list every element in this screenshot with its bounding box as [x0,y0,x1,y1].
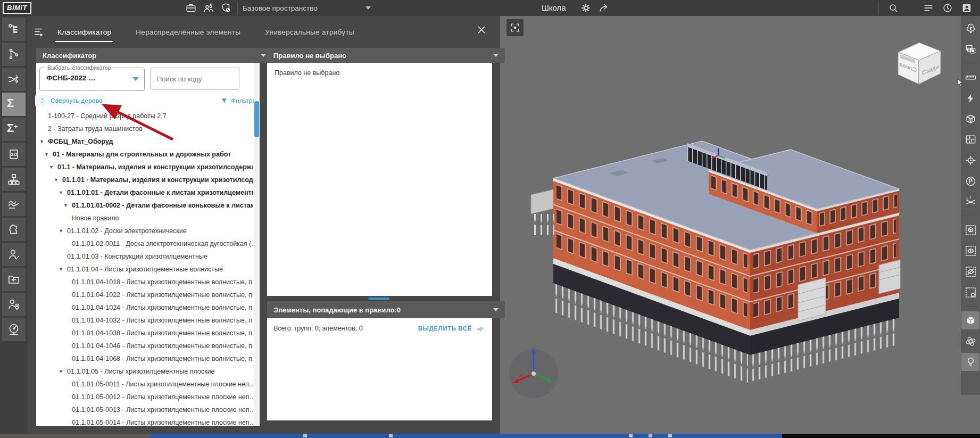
sidebar-item-charts[interactable] [2,193,26,216]
filters-control[interactable]: Фильтры [220,95,257,106]
tool-section-axes[interactable]: 12 [961,193,979,211]
floorplan-icon [965,134,977,146]
gear-icon[interactable] [580,2,592,14]
close-icon[interactable] [476,24,487,36]
workspace-selector[interactable]: Базовое пространство [243,0,371,16]
rule-panel-header[interactable]: Правило не выбрано [267,48,505,63]
panel-splitter-handle[interactable] [368,297,389,300]
tree-item[interactable]: 01.1.01.02-0011 - Доска электротехническ… [36,237,253,250]
sidebar-item-sum[interactable]: Σ [2,93,26,116]
tree-item[interactable]: 1-100-27 - Средний разряд работы 2,7 [36,110,253,122]
menu-arrow-icon[interactable] [33,26,46,38]
tool-select-elements[interactable] [961,40,979,58]
axis-gizmo[interactable]: Z X Y [504,345,563,403]
tool-section-box[interactable] [961,110,979,128]
tree-item[interactable]: 01.1.01.04-1032 - Листы хризотилцементны… [36,314,253,327]
taskbar-app-icon[interactable] [629,434,633,437]
tree-expand-icon[interactable]: ▼ [59,228,67,234]
tree-item[interactable]: Новое правило [36,212,253,225]
elements-panel-header[interactable]: Элементы, попадающие в правило:0 [267,301,505,318]
share-icon[interactable] [598,2,610,14]
tool-flash[interactable] [961,89,979,107]
tool-show[interactable] [961,242,979,260]
sidebar-item-sum-plus[interactable]: Σ+ [2,118,26,141]
tree-item[interactable]: ▼01.1.01.01 - Детали фасонные к листам х… [36,186,253,199]
project-title: Школа [542,0,566,16]
briefcase-icon[interactable] [185,2,197,14]
sidebar-item-puzzle[interactable] [2,218,26,241]
sidebar-item-shuffle[interactable] [2,68,26,91]
tree-item[interactable]: ▼01.1.01.01-0002 - Детали фасонные коньк… [36,199,253,212]
taskbar-app-icon[interactable] [389,434,393,437]
filters-label[interactable]: Фильтры [231,97,257,104]
os-taskbar[interactable] [0,434,980,438]
tree-item[interactable]: 2 - Затраты труда машинистов [36,122,253,135]
tree-expand-icon[interactable]: ▼ [39,139,48,144]
tree-item[interactable]: 01.1.01.04-1068 - Листы хризотилцементны… [36,352,253,365]
tree-expand-icon[interactable]: ▼ [63,203,72,208]
navigation-cube[interactable]: Слева Сзади [894,38,947,89]
tree-expand-icon[interactable]: ▼ [59,190,67,195]
tab-attributes[interactable]: Универсальные атрибуты [265,28,354,36]
tree-item[interactable]: 01.1.01.04-1046 - Листы хризотилцементны… [36,340,253,352]
sidebar-item-connections[interactable] [2,43,26,66]
time-icon[interactable] [942,2,953,14]
sidebar-item-model-tree[interactable] [2,18,26,41]
search-icon[interactable] [887,2,899,14]
taskbar-app-icon[interactable] [303,434,307,437]
tree-item[interactable]: 01.1.01.05-0011 - Листы хризотилцементны… [36,378,253,391]
tree-scrollbar-thumb[interactable] [254,101,259,137]
tab-unallocated[interactable]: Нераспределённые элементы [136,28,240,36]
tool-floorplan[interactable] [961,130,979,148]
tool-shaded-cube[interactable] [961,311,979,329]
code-search-input[interactable] [150,68,239,90]
taskbar-app-icon[interactable] [649,434,652,437]
tool-flag[interactable] [961,172,979,190]
tree-item[interactable]: 01.1.01.04-1038 - Листы хризотилцементны… [36,327,253,340]
tree-item[interactable]: ▼01.1.01.05 - Листы хризотилцементные пл… [36,365,253,378]
tree-item[interactable]: 01.1.01.05-0013 - Листы хризотилцементны… [36,403,253,416]
tool-clear-hidden[interactable] [961,283,979,301]
tree-item[interactable]: 01.1.01.04-1024 - Листы хризотилцементны… [36,301,253,314]
sidebar-item-hierarchy[interactable] [2,168,26,191]
tree-item[interactable]: 01.1.01.05-0014 - Листы хризотилцементны… [36,416,253,426]
sidebar-item-2d-drawing[interactable]: 2D [2,143,26,166]
sidebar-item-folder-transfer[interactable] [2,268,26,291]
tool-hide[interactable] [961,262,979,280]
tree-item[interactable]: ▼01 - Материалы для строительных и дорож… [36,148,253,161]
tree-expand-icon[interactable]: ▼ [54,177,62,183]
tool-orbit[interactable] [961,332,979,350]
account-icon[interactable] [961,2,973,14]
tree-expand-icon[interactable]: ▼ [44,152,53,157]
fit-view-button[interactable] [506,19,524,36]
tree-expand-icon[interactable]: ▼ [59,369,67,374]
tree-expand-icon[interactable]: ▼ [59,267,67,272]
taskbar-app-icon[interactable] [668,434,672,437]
sidebar-item-user-location[interactable] [2,293,26,316]
tree-item[interactable]: ▼ФСБЦ_Мат_Оборуд [36,135,253,148]
sidebar-item-user-check[interactable] [2,243,26,266]
tool-locate[interactable] [961,151,979,169]
tree-item[interactable]: 01.1.01.04-1018 - Листы хризотилцементны… [36,276,253,288]
tree-item[interactable]: ▼01.1 - Материалы, изделия и конструкции… [36,161,253,173]
tree-item[interactable]: 01.1.01.05-0012 - Листы хризотилцементны… [36,391,253,403]
tool-nature-tree[interactable] [961,19,979,37]
tool-bulb[interactable] [961,353,979,371]
tree-item[interactable]: ▼01.1.01 - Материалы, изделия и конструк… [36,173,253,186]
classifier-select[interactable]: Выбрать классификатор ФСНБ-2022 … [39,68,145,91]
shield-status-icon[interactable] [220,2,232,14]
tree-item[interactable]: ▼01.1.01.02 - Доски электротехнические [36,225,253,237]
sidebar-item-gauge[interactable] [2,318,26,341]
tree-item[interactable]: 01.1.01.03 - Конструкции хризотилцементн… [36,250,253,263]
collapse-tree-label[interactable]: Свернуть дерево [51,97,103,104]
tree-expand-icon[interactable]: ▼ [49,164,57,170]
team-icon[interactable] [203,2,214,14]
collapse-tree-control[interactable]: Свернуть дерево [35,95,106,106]
tab-classifier[interactable]: Классификатор [57,28,111,36]
classifier-panel-header[interactable]: Классификатор [36,48,272,63]
list-icon[interactable] [923,2,934,14]
tree-item[interactable]: 01.1.01.04-1022 - Листы хризотилцементны… [36,288,253,301]
tool-isolate[interactable] [961,221,979,239]
tree-item[interactable]: ▼01.1.01.04 - Листы хризотилцементные во… [36,263,253,276]
select-all-button[interactable]: ВЫДЕЛИТЬ ВСЁ [418,325,486,332]
